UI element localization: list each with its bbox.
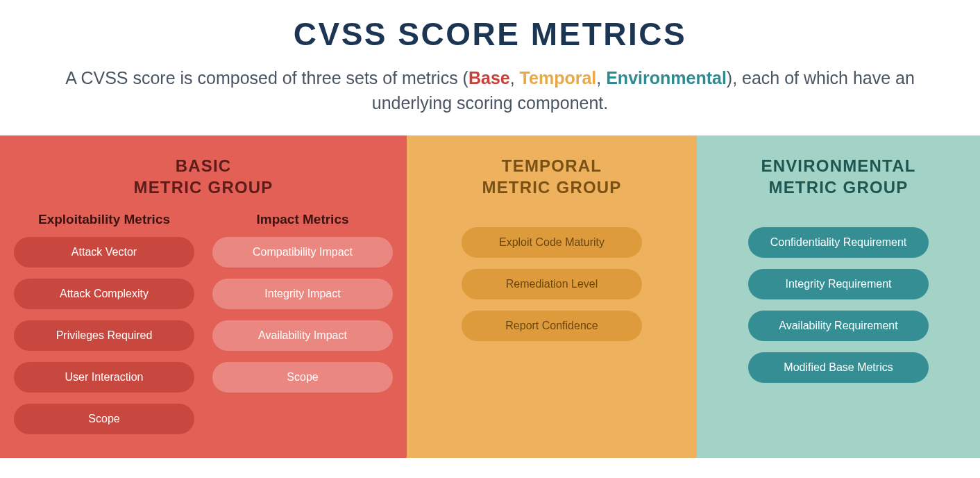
pill-exploit-code-maturity: Exploit Code Maturity [462, 227, 642, 258]
metric-groups-row: BASIC METRIC GROUP Exploitability Metric… [0, 135, 980, 458]
pill-scope-exploit: Scope [14, 404, 194, 434]
env-title-line1: ENVIRONMENTAL [761, 156, 915, 175]
exploitability-column: Exploitability Metrics Attack Vector Att… [14, 212, 194, 445]
environmental-metric-group: ENVIRONMENTAL METRIC GROUP Confidentiali… [697, 135, 980, 458]
basic-metric-group: BASIC METRIC GROUP Exploitability Metric… [0, 135, 407, 458]
exploitability-heading: Exploitability Metrics [38, 212, 170, 227]
temporal-column: Exploit Code Maturity Remediation Level … [462, 227, 642, 352]
pill-integrity-requirement: Integrity Requirement [748, 269, 929, 299]
environmental-group-title: ENVIRONMENTAL METRIC GROUP [761, 155, 915, 198]
subtitle: A CVSS score is composed of three sets o… [28, 65, 952, 116]
pill-modified-base-metrics: Modified Base Metrics [748, 352, 929, 383]
pill-attack-complexity: Attack Complexity [14, 279, 194, 309]
pill-availability-requirement: Availability Requirement [748, 311, 929, 341]
pill-privileges-required: Privileges Required [14, 320, 194, 351]
basic-title-line1: BASIC [176, 156, 232, 175]
temporal-metric-group: TEMPORAL METRIC GROUP Exploit Code Matur… [407, 135, 697, 458]
pill-remediation-level: Remediation Level [462, 269, 642, 299]
diagram-container: CVSS SCORE METRICS A CVSS score is compo… [0, 0, 980, 458]
env-title-line2: METRIC GROUP [768, 178, 908, 197]
pill-availability-impact: Availability Impact [212, 320, 393, 351]
subtitle-comma2: , [596, 68, 606, 88]
highlight-base: Base [468, 68, 510, 88]
temporal-title-line2: METRIC GROUP [482, 178, 621, 197]
temporal-group-title: TEMPORAL METRIC GROUP [482, 155, 621, 198]
pill-attack-vector: Attack Vector [14, 237, 194, 267]
impact-heading: Impact Metrics [256, 212, 348, 227]
basic-group-title: BASIC METRIC GROUP [133, 155, 273, 198]
pill-scope-impact: Scope [212, 362, 393, 393]
environmental-column: Confidentiality Requirement Integrity Re… [748, 227, 929, 394]
pill-confidentiality-requirement: Confidentiality Requirement [748, 227, 929, 258]
pill-report-confidence: Report Confidence [462, 311, 642, 341]
pill-integrity-impact: Integrity Impact [212, 279, 393, 309]
temporal-title-line1: TEMPORAL [502, 156, 602, 175]
impact-column: Impact Metrics Compatibility Impact Inte… [212, 212, 393, 445]
header: CVSS SCORE METRICS A CVSS score is compo… [0, 0, 980, 135]
main-title: CVSS SCORE METRICS [28, 15, 952, 53]
subtitle-prefix: A CVSS score is composed of three sets o… [65, 68, 468, 88]
pill-compatibility-impact: Compatibility Impact [212, 237, 393, 267]
pill-user-interaction: User Interaction [14, 362, 194, 393]
basic-columns: Exploitability Metrics Attack Vector Att… [21, 212, 386, 445]
subtitle-comma1: , [510, 68, 520, 88]
highlight-temporal: Temporal [520, 68, 597, 88]
highlight-environmental: Environmental [606, 68, 727, 88]
basic-title-line2: METRIC GROUP [133, 178, 273, 197]
